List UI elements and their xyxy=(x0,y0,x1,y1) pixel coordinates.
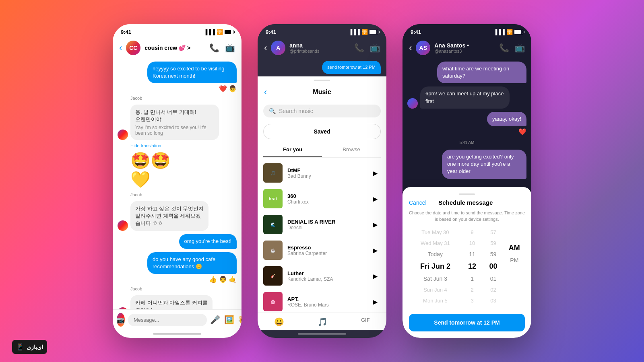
video-icon-1[interactable]: 📺 xyxy=(225,43,235,53)
music-item-3: ☕ Espresso Sabrina Carpenter ▶ xyxy=(258,237,386,263)
bottom-nav-emoji[interactable]: 😀 xyxy=(274,317,284,327)
picker-hour-1: 10 xyxy=(462,238,483,248)
avatar-1: CC xyxy=(126,41,140,55)
schedule-overlay: Cancel Schedule message Choose the date … xyxy=(402,187,531,338)
contact-name-1[interactable]: cousin crew 💕 > xyxy=(144,45,205,51)
call-icon-1[interactable]: 📞 xyxy=(209,43,219,53)
call-icon-2[interactable]: 📞 xyxy=(354,43,364,53)
bubble-3-recv-1: 6pm! we can meet up at my place first xyxy=(420,86,510,108)
picker-min-4: 01 xyxy=(483,274,504,284)
play-btn-1[interactable]: ▶ xyxy=(369,193,381,204)
partial-chat-top: send tomorrow at 12 PM xyxy=(258,58,386,76)
picker-hour-2: 11 xyxy=(462,249,483,259)
album-art-1: brat xyxy=(263,189,283,208)
reaction-sent-3: 👍 👨 🤙 xyxy=(118,276,237,283)
album-art-3: ☕ xyxy=(263,241,283,260)
msg-sent-3-3: are you getting excited? only one more d… xyxy=(407,150,526,179)
music-search-bar[interactable]: 🔍 Search music xyxy=(263,105,381,117)
reaction-3-2: ❤️ xyxy=(407,128,526,136)
music-item-1: brat 360 Charli xcx ▶ xyxy=(258,186,386,212)
status-bar-3: 9:41 ▐▐▐ 🛜 xyxy=(402,24,531,37)
play-btn-5[interactable]: ▶ xyxy=(369,296,381,307)
back-button-1[interactable]: ‹ xyxy=(119,43,122,53)
picker-date-3[interactable]: Fri Jun 2 xyxy=(409,260,462,273)
play-btn-0[interactable]: ▶ xyxy=(369,167,381,179)
album-art-5: 🌸 xyxy=(263,292,283,311)
message-input-1[interactable] xyxy=(128,314,207,326)
song-title-5: APT. xyxy=(287,296,365,302)
music-title: Music xyxy=(313,88,331,96)
tab-browse[interactable]: Browse xyxy=(322,142,381,157)
song-title-3: Espresso xyxy=(287,245,365,251)
picker-min-6: 03 xyxy=(483,296,504,306)
msg-sent-3-1: what time are we meeting on saturday? xyxy=(407,62,526,83)
picker-min-3[interactable]: 00 xyxy=(483,260,504,273)
small-avatar-2 xyxy=(118,220,128,231)
play-btn-3[interactable]: ▶ xyxy=(369,245,381,256)
send-scheduled-button[interactable]: Send tomorrow at 12 PM xyxy=(409,314,525,331)
chat-area-1: heyyyy so excited to be visiting Korea n… xyxy=(113,58,242,309)
call-icon-3[interactable]: 📞 xyxy=(499,43,509,53)
sender-name-3: Jacob xyxy=(130,286,237,291)
home-bar-1 xyxy=(153,333,201,335)
korean-text-2: 가장 하고 싶은 것이 무엇인지알려주시면 계획을 세워보겠습니다 ㅎㅎ xyxy=(135,205,204,227)
home-bar-2 xyxy=(298,333,346,335)
picker-hour-5: 2 xyxy=(462,285,483,295)
korean-bubble-2: 가장 하고 싶은 것이 무엇인지알려주시면 계획을 세워보겠습니다 ㅎㅎ xyxy=(130,201,208,231)
play-btn-4[interactable]: ▶ xyxy=(369,270,381,282)
schedule-desc: Choose the date and time to send the mes… xyxy=(409,210,525,222)
back-button-music[interactable]: ‹ xyxy=(264,87,267,97)
hide-translation-btn[interactable]: Hide translation xyxy=(130,143,237,148)
contact-info-2: anna @printabsands xyxy=(289,42,350,53)
contact-name-3[interactable]: Ana Santos • xyxy=(434,42,495,49)
bottom-nav-gif[interactable]: GIF xyxy=(361,317,370,327)
album-art-inner-2: 🌊 xyxy=(263,215,283,234)
contact-name-2[interactable]: anna xyxy=(289,42,350,49)
picker-ampm-3[interactable]: AM xyxy=(504,242,525,254)
music-info-5: APT. ROSE, Bruno Mars xyxy=(287,296,365,308)
status-time-2: 9:41 xyxy=(266,29,276,35)
msg-row-received-2: 가장 하고 싶은 것이 무엇인지알려주시면 계획을 세워보겠습니다 ㅎㅎ xyxy=(118,201,237,231)
status-icons-2: ▐▐▐ 🛜 xyxy=(349,29,378,35)
bubble-3-sent-2: yaaay, okay! xyxy=(487,112,526,126)
home-indicator-2 xyxy=(258,330,386,338)
music-bottom-nav: 😀 🎵 GIF xyxy=(258,313,386,330)
image-icon-1[interactable]: 🖼️ xyxy=(224,315,234,325)
schedule-drag-handle[interactable] xyxy=(459,193,475,195)
picker-date-6: Mon Jun 5 xyxy=(409,296,462,306)
video-icon-2[interactable]: 📺 xyxy=(370,43,380,53)
cancel-button[interactable]: Cancel xyxy=(409,200,427,206)
sender-name-1: Jacob xyxy=(130,96,237,101)
picker-ampm-1 xyxy=(504,232,525,236)
back-button-2[interactable]: ‹ xyxy=(264,43,267,53)
sticker-icon-1[interactable]: 😺 xyxy=(238,315,242,325)
wifi-icon-3: 🛜 xyxy=(506,29,513,35)
sheet-handle xyxy=(258,76,386,83)
camera-btn-1[interactable]: 📷 xyxy=(117,313,125,327)
back-button-3[interactable]: ‹ xyxy=(409,43,412,53)
home-bar-3 xyxy=(443,333,491,335)
music-info-3: Espresso Sabrina Carpenter xyxy=(287,245,365,256)
drag-handle[interactable] xyxy=(314,80,330,81)
saved-button[interactable]: Saved xyxy=(263,124,381,139)
music-info-0: DtMF Bad Bunny xyxy=(287,167,365,179)
wifi-icon-2: 🛜 xyxy=(361,29,368,35)
music-info-1: 360 Charli xcx xyxy=(287,193,365,205)
album-art-inner-1: brat xyxy=(263,189,283,208)
watermark-text: ای‌بازی xyxy=(27,344,43,350)
home-indicator-1 xyxy=(113,330,242,338)
nav-actions-2: 📞 📺 xyxy=(354,43,380,53)
translation-bubble-1: 응, 널 만나서 너무 기대해!오랜만이야 Yay I'm so excited… xyxy=(130,105,219,140)
phone-2: 9:41 ▐▐▐ 🛜 ‹ A anna @printabsands 📞 📺 se… xyxy=(258,24,386,338)
tab-for-you[interactable]: For you xyxy=(263,142,322,157)
signal-icon-3: ▐▐▐ xyxy=(493,29,505,35)
mic-icon-1[interactable]: 🎤 xyxy=(210,315,220,325)
play-btn-2[interactable]: ▶ xyxy=(369,219,381,230)
song-artist-2: Doechii xyxy=(287,225,365,230)
video-icon-3[interactable]: 📺 xyxy=(515,43,525,53)
picker-hour-3[interactable]: 12 xyxy=(462,260,483,273)
korean-text-1: 응, 널 만나서 너무 기대해!오랜만이야 xyxy=(135,109,214,123)
music-item-2: 🌊 DENIAL IS A RIVER Doechii ▶ xyxy=(258,212,386,237)
bottom-nav-music[interactable]: 🎵 xyxy=(318,317,328,327)
wifi-icon-1: 🛜 xyxy=(217,29,223,35)
